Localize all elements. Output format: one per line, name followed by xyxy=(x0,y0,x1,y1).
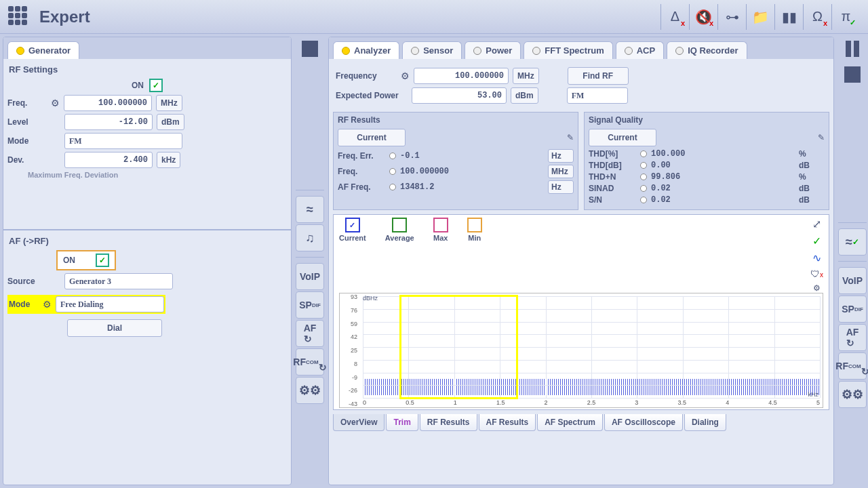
rf-current-button[interactable]: Current xyxy=(338,129,406,146)
omega-button[interactable]: Ωx xyxy=(803,4,831,30)
on-label: ON xyxy=(132,81,144,90)
mode-label: Mode xyxy=(7,136,47,146)
sp-button[interactable]: SPDIF xyxy=(296,291,324,319)
stop-button[interactable] xyxy=(296,37,324,61)
wave-ok-button[interactable]: ≈✓ xyxy=(838,228,867,256)
analyzer-settings: Frequency ⚙ 100.000000 MHz Find RF Expec… xyxy=(329,59,833,112)
wave-button[interactable]: ≈ xyxy=(296,196,324,223)
signal-quality-box: Signal Quality Current ✎ THD[%]100.000%T… xyxy=(584,112,829,210)
pause-button[interactable] xyxy=(838,37,867,61)
audio-button[interactable]: ♫ xyxy=(296,224,324,251)
tab-generator[interactable]: Generator xyxy=(7,41,79,59)
analyzer-panel: Analyzer Sensor Power FFT Spectrum ACP I… xyxy=(328,37,834,485)
pi-button[interactable]: π✓ xyxy=(831,4,860,30)
freq-unit[interactable]: MHz xyxy=(156,95,182,111)
freq-input[interactable]: 100.000000 xyxy=(64,95,152,111)
generator-tabs: Generator xyxy=(3,37,291,59)
x-unit-label: kHz xyxy=(808,391,819,398)
btab-af-osc[interactable]: AF Oscilloscope xyxy=(604,414,683,431)
result-row: THD+N99.806% xyxy=(589,172,825,182)
result-row: SINAD0.02dB xyxy=(589,184,825,193)
btab-rf-results[interactable]: RF Results xyxy=(420,414,477,431)
connector-button[interactable]: ⊶ xyxy=(717,4,746,30)
btab-af-spectrum[interactable]: AF Spectrum xyxy=(537,414,603,431)
af-mode-select[interactable]: Free Dialing xyxy=(56,296,164,312)
legend-max[interactable]: Max xyxy=(433,218,448,242)
af-on-toggle[interactable]: ON ✓ xyxy=(56,250,116,270)
chart-gear-icon[interactable]: ⚙ xyxy=(813,283,821,293)
shield-x-icon[interactable]: 🛡x xyxy=(810,268,823,279)
level-unit[interactable]: dBm xyxy=(157,114,184,130)
sq-title: Signal Quality xyxy=(589,115,825,125)
legend-average[interactable]: Average xyxy=(385,218,414,242)
btab-af-results[interactable]: AF Results xyxy=(479,414,536,431)
dial-button[interactable]: Dial xyxy=(67,319,162,337)
gear-icon[interactable]: ⚙ xyxy=(401,70,410,81)
voip-button[interactable]: VoIP xyxy=(296,263,324,290)
delta-button[interactable]: Δx xyxy=(660,4,689,30)
af-on-checkbox[interactable]: ✓ xyxy=(96,253,109,267)
results-grid: RF Results Current ✎ Freq. Err.-0.1HzFre… xyxy=(329,112,833,210)
ana-freq-unit[interactable]: MHz xyxy=(513,68,539,84)
result-row: Freq. Err.-0.1Hz xyxy=(338,149,574,163)
legend-min[interactable]: Min xyxy=(467,218,482,242)
chart-legend: ✓Current Average Max Min xyxy=(339,218,482,242)
gears-button[interactable]: ⚙⚙ xyxy=(296,377,324,404)
dev-note: Maximum Freq. Deviation xyxy=(28,171,287,179)
mode-select[interactable]: FM xyxy=(64,133,182,149)
af-in-button[interactable]: AF↻ xyxy=(838,324,867,351)
result-row: S/N0.02dB xyxy=(589,195,825,205)
result-row: Freq.100.000000MHz xyxy=(338,165,574,178)
tab-acp[interactable]: ACP xyxy=(616,41,664,59)
expand-icon[interactable]: ⤢ xyxy=(812,218,821,230)
analyzer-tabs: Analyzer Sensor Power FFT Spectrum ACP I… xyxy=(329,37,833,59)
exp-power-unit[interactable]: dBm xyxy=(511,87,538,104)
gears-button[interactable]: ⚙⚙ xyxy=(838,381,867,408)
rf-in-button[interactable]: RFCOM↻ xyxy=(838,352,867,380)
source-select[interactable]: Generator 3 xyxy=(64,273,173,289)
spectrum-plot[interactable]: 93765942258-9-26-43 00.511.522.533.544.5… xyxy=(339,293,823,408)
btab-dialing[interactable]: Dialing xyxy=(684,414,726,431)
tab-analyzer[interactable]: Analyzer xyxy=(333,41,399,59)
tab-iq[interactable]: IQ Recorder xyxy=(667,41,747,59)
trace-ok-icon[interactable]: ✓ xyxy=(812,235,821,247)
edit-icon[interactable]: ✎ xyxy=(818,133,825,142)
layout-button[interactable]: ▮▮ xyxy=(774,4,803,30)
generator-column: Generator RF Settings ON ✓ Freq. ⚙ 100.0… xyxy=(0,34,326,488)
tab-sensor[interactable]: Sensor xyxy=(402,41,462,59)
demod-select[interactable]: FM xyxy=(567,87,628,104)
btab-overview[interactable]: OverView xyxy=(333,414,384,431)
ana-freq-input[interactable]: 100.000000 xyxy=(414,68,509,84)
mute-button[interactable]: 🔇x xyxy=(689,4,717,30)
tab-fft[interactable]: FFT Spectrum xyxy=(524,41,612,59)
rf-on-checkbox[interactable]: ✓ xyxy=(149,79,163,92)
af-section: AF (->RF) ON ✓ Source Generator 3 Mode ⚙… xyxy=(3,229,291,342)
btab-trim[interactable]: Trim xyxy=(386,414,418,431)
gear-icon[interactable]: ⚙ xyxy=(43,299,52,310)
rf-out-button[interactable]: RFCOM↻ xyxy=(296,348,324,375)
dev-unit[interactable]: kHz xyxy=(157,152,180,168)
folder-button[interactable]: 📁 xyxy=(746,4,774,30)
tab-label: Generator xyxy=(28,45,71,56)
legend-current[interactable]: ✓Current xyxy=(339,218,366,242)
level-label: Level xyxy=(7,117,47,127)
stop-button[interactable] xyxy=(838,62,867,87)
dev-input[interactable]: 2.400 xyxy=(64,152,153,168)
y-unit-label: dBHz xyxy=(363,295,378,302)
result-row: THD[%]100.000% xyxy=(589,149,825,159)
apps-grid-icon[interactable] xyxy=(8,6,30,28)
sq-current-button[interactable]: Current xyxy=(589,129,656,146)
generator-side-strip: ≈ ♫ VoIP SPDIF AF↻ RFCOM↻ ⚙⚙ xyxy=(294,34,326,488)
sp-button[interactable]: SPDIF xyxy=(838,296,867,323)
tab-power[interactable]: Power xyxy=(465,41,521,59)
gear-icon[interactable]: ⚙ xyxy=(51,98,60,108)
af-mode-label: Mode xyxy=(9,300,39,309)
level-input[interactable]: -12.00 xyxy=(64,114,153,130)
edit-icon[interactable]: ✎ xyxy=(567,133,574,142)
exp-power-input[interactable]: 53.00 xyxy=(412,87,507,104)
af-out-button[interactable]: AF↻ xyxy=(296,320,324,347)
find-rf-button[interactable]: Find RF xyxy=(568,67,629,85)
voip-button[interactable]: VoIP xyxy=(838,267,867,294)
trace-wave-icon[interactable]: ∿ xyxy=(812,251,821,264)
main-area: Generator RF Settings ON ✓ Freq. ⚙ 100.0… xyxy=(0,34,868,488)
